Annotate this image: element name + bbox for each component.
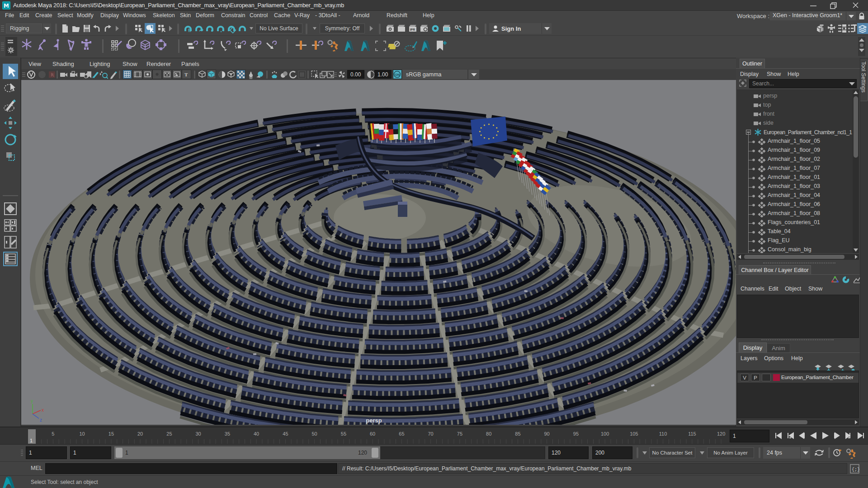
svg-text:30: 30 (195, 431, 201, 436)
svg-text:ON: ON (395, 73, 400, 76)
svg-text:y: y (31, 399, 33, 404)
svg-text:z: z (40, 418, 42, 422)
svg-text:T: T (184, 72, 188, 77)
svg-text:55: 55 (341, 431, 346, 436)
svg-text:65: 65 (399, 431, 404, 436)
svg-text:x: x (42, 408, 44, 413)
svg-text:40: 40 (254, 431, 259, 436)
svg-text:115: 115 (688, 431, 696, 436)
svg-text:persp: persp (366, 417, 382, 424)
svg-text:IPR: IPR (410, 28, 415, 31)
svg-text:25: 25 (166, 431, 172, 436)
svg-text:10: 10 (79, 431, 85, 436)
svg-text:110: 110 (659, 431, 667, 436)
svg-text:60: 60 (370, 431, 375, 436)
svg-text:85: 85 (515, 431, 520, 436)
svg-text:105: 105 (630, 431, 638, 436)
svg-text:120: 120 (717, 431, 725, 436)
svg-text:{;}: {;} (852, 467, 860, 472)
svg-text:20: 20 (137, 431, 143, 436)
svg-text:90: 90 (544, 431, 549, 436)
svg-text:5: 5 (52, 431, 54, 436)
svg-text:15: 15 (108, 431, 114, 436)
svg-text:35: 35 (225, 431, 230, 436)
svg-text:75: 75 (457, 431, 462, 436)
svg-text:45: 45 (283, 431, 288, 436)
svg-text:100: 100 (601, 431, 609, 436)
svg-text:95: 95 (573, 431, 579, 436)
svg-text:50: 50 (311, 431, 317, 436)
svg-text:70: 70 (428, 431, 433, 436)
svg-text:80: 80 (486, 431, 491, 436)
svg-text:1: 1 (30, 438, 33, 443)
